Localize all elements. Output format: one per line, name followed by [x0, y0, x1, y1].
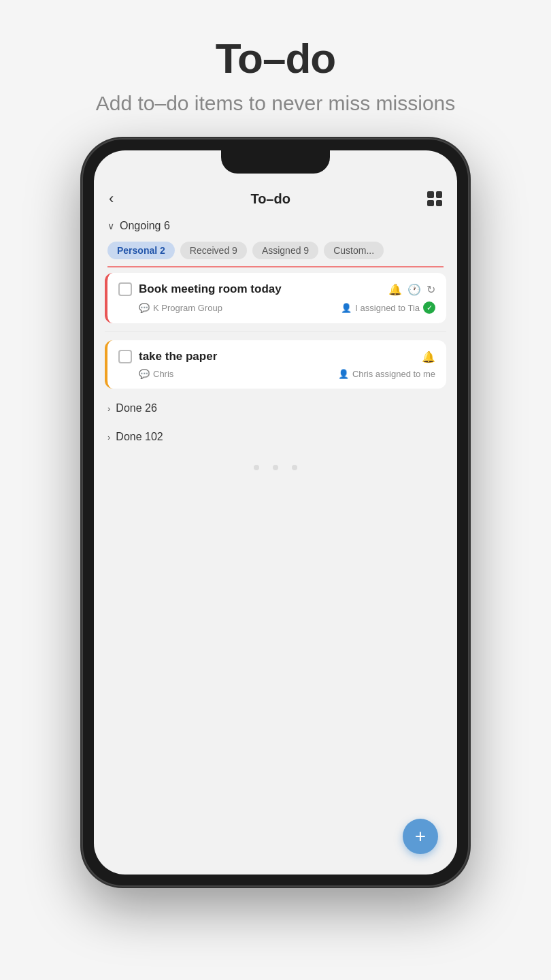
- task-card-1: Book meeting room today 🔔 🕐 ↻ 💬 K Progra…: [105, 273, 446, 323]
- grid-view-icon[interactable]: [427, 191, 442, 206]
- task-icons-2: 🔔: [422, 350, 435, 363]
- done-section-26[interactable]: › Done 26: [94, 394, 457, 423]
- person-icon-2: 👤: [338, 369, 349, 379]
- bottom-dots: [94, 451, 457, 477]
- task-title-1: Book meeting room today: [139, 282, 382, 296]
- done-label-26: Done 26: [116, 402, 157, 414]
- task-icons-1: 🔔 🕐 ↻: [388, 283, 435, 296]
- done-section-102[interactable]: › Done 102: [94, 423, 457, 451]
- bell-icon-2: 🔔: [422, 350, 435, 363]
- chat-icon-1: 💬: [139, 303, 150, 313]
- phone-frame: ‹ To–do ∨ Ongoing 6 Personal 2 Received …: [82, 138, 469, 887]
- task-checkbox-2[interactable]: [118, 350, 132, 363]
- done-label-102: Done 102: [116, 431, 163, 443]
- phone-notch: [221, 150, 330, 174]
- ongoing-chevron-icon: ∨: [107, 220, 114, 231]
- filter-tab-personal[interactable]: Personal 2: [107, 242, 175, 259]
- task-group-1: 💬 K Program Group: [139, 303, 222, 313]
- phone-screen: ‹ To–do ∨ Ongoing 6 Personal 2 Received …: [94, 150, 457, 875]
- filter-tab-custom[interactable]: Custom...: [324, 242, 384, 259]
- screen-title: To–do: [250, 191, 290, 207]
- done-chevron-26-icon: ›: [107, 404, 110, 414]
- task-row-1: Book meeting room today 🔔 🕐 ↻: [118, 282, 435, 296]
- ongoing-section-header[interactable]: ∨ Ongoing 6: [94, 214, 457, 238]
- task-row-2: take the paper 🔔: [118, 350, 435, 363]
- task-assign-label-2: Chris assigned to me: [352, 369, 435, 379]
- top-bar: ‹ To–do: [94, 180, 457, 214]
- task-group-label-1: K Program Group: [153, 303, 222, 313]
- task-assign-1: 👤 I assigned to Tia ✓: [341, 301, 435, 314]
- task-assign-2: 👤 Chris assigned to me: [338, 369, 435, 379]
- task-title-2: take the paper: [139, 350, 415, 363]
- done-chevron-102-icon: ›: [107, 432, 110, 442]
- add-task-fab[interactable]: +: [403, 819, 438, 854]
- page-title: To–do: [96, 34, 456, 82]
- clock-icon-1: 🕐: [407, 283, 421, 296]
- filter-tab-assigned[interactable]: Assigned 9: [252, 242, 318, 259]
- app-content: ‹ To–do ∨ Ongoing 6 Personal 2 Received …: [94, 150, 457, 875]
- bell-icon-1: 🔔: [388, 283, 402, 296]
- task-separator: [105, 331, 446, 332]
- chat-icon-2: 💬: [139, 369, 150, 379]
- task-card-2: take the paper 🔔 💬 Chris 👤 Chris assigne…: [105, 340, 446, 389]
- page-subtitle: Add to–do items to never miss missions: [96, 89, 456, 118]
- filter-tabs-row: Personal 2 Received 9 Assigned 9 Custom.…: [94, 238, 457, 266]
- task-meta-2: 💬 Chris 👤 Chris assigned to me: [118, 369, 435, 379]
- task-meta-1: 💬 K Program Group 👤 I assigned to Tia ✓: [118, 301, 435, 314]
- check-complete-icon-1: ✓: [423, 301, 435, 314]
- refresh-icon-1: ↻: [427, 283, 435, 296]
- person-icon-1: 👤: [341, 303, 352, 313]
- back-button[interactable]: ‹: [109, 190, 114, 208]
- filter-tab-received[interactable]: Received 9: [180, 242, 247, 259]
- urgent-divider: [107, 266, 444, 267]
- plus-icon: +: [415, 827, 426, 846]
- task-group-label-2: Chris: [153, 369, 173, 379]
- task-group-2: 💬 Chris: [139, 369, 173, 379]
- task-checkbox-1[interactable]: [118, 282, 132, 296]
- ongoing-label: Ongoing 6: [120, 220, 170, 232]
- task-assign-label-1: I assigned to Tia: [355, 303, 420, 313]
